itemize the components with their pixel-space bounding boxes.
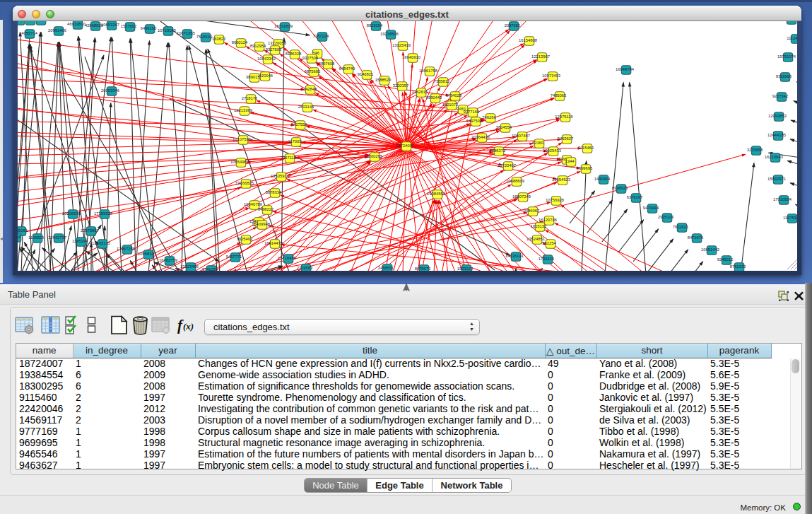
svg-text:20991406: 20991406 (48, 28, 66, 33)
svg-text:20053346: 20053346 (101, 88, 119, 93)
svg-text:9227342: 9227342 (772, 94, 789, 98)
svg-text:9474444: 9474444 (643, 206, 659, 210)
svg-text:9242848: 9242848 (301, 87, 317, 91)
svg-text:2603144: 2603144 (298, 105, 314, 109)
svg-text:2867608: 2867608 (319, 62, 335, 66)
svg-text:13226058: 13226058 (268, 41, 286, 45)
svg-text:1167534: 1167534 (783, 216, 797, 220)
svg-text:5878334: 5878334 (266, 190, 282, 194)
svg-text:8427552: 8427552 (291, 122, 307, 127)
svg-text:252254: 252254 (542, 241, 556, 245)
svg-text:15409948: 15409948 (252, 222, 270, 226)
svg-text:1733426: 1733426 (539, 257, 555, 261)
svg-text:7886372: 7886372 (490, 148, 506, 153)
svg-text:6497508: 6497508 (466, 119, 483, 123)
svg-text:2718176: 2718176 (242, 96, 258, 100)
svg-text:18300295: 18300295 (364, 154, 382, 158)
svg-text:9457771: 9457771 (226, 255, 242, 259)
svg-text:6379197: 6379197 (627, 195, 643, 199)
svg-text:14136141: 14136141 (505, 254, 524, 258)
svg-text:10651442: 10651442 (701, 247, 719, 252)
svg-text:12505135: 12505135 (92, 241, 110, 245)
svg-text:1440954: 1440954 (594, 177, 611, 181)
svg-text:10107535: 10107535 (233, 137, 251, 141)
svg-text:7357224: 7357224 (313, 34, 329, 38)
svg-text:19218506: 19218506 (380, 32, 399, 36)
svg-text:10958107: 10958107 (138, 252, 156, 256)
svg-text:8912954: 8912954 (250, 44, 266, 48)
svg-text:10671355: 10671355 (177, 31, 195, 35)
svg-text:2719583: 2719583 (297, 266, 313, 270)
svg-text:1533224: 1533224 (457, 267, 473, 271)
svg-text:(x): (x) (183, 321, 194, 332)
svg-text:16961758: 16961758 (419, 69, 437, 73)
svg-text:16648784: 16648784 (616, 67, 635, 71)
svg-text:1362615: 1362615 (412, 90, 428, 94)
svg-text:6794028: 6794028 (446, 93, 462, 98)
svg-text:12444185: 12444185 (767, 133, 786, 137)
svg-text:1527602: 1527602 (121, 24, 137, 28)
svg-text:9327505: 9327505 (266, 47, 282, 52)
svg-text:19166825: 19166825 (235, 181, 254, 185)
svg-text:8990443: 8990443 (426, 95, 442, 100)
svg-text:3220357: 3220357 (393, 83, 409, 88)
svg-text:9146821: 9146821 (358, 72, 374, 76)
svg-text:9777169: 9777169 (464, 110, 480, 114)
svg-text:2087682: 2087682 (505, 23, 521, 28)
svg-text:7163822: 7163822 (210, 37, 226, 41)
svg-text:42868828: 42868828 (85, 23, 103, 28)
svg-text:13535914: 13535914 (271, 174, 290, 178)
svg-text:8186328: 8186328 (286, 52, 302, 56)
svg-text:20206536: 20206536 (62, 211, 81, 216)
svg-text:10973493: 10973493 (542, 74, 560, 78)
svg-text:16782759: 16782759 (159, 258, 177, 262)
svg-text:17957255: 17957255 (117, 247, 135, 251)
svg-text:8761033: 8761033 (730, 264, 746, 269)
svg-text:17010504: 17010504 (773, 197, 792, 201)
svg-text:9327504: 9327504 (302, 56, 319, 60)
svg-text:19384554: 19384554 (427, 192, 446, 196)
svg-text:18724007: 18724007 (396, 144, 414, 148)
svg-text:7632621: 7632621 (673, 225, 689, 229)
svg-text:15692971: 15692971 (767, 177, 786, 181)
svg-text:10719185: 10719185 (158, 28, 176, 33)
svg-text:1588520: 1588520 (375, 78, 392, 82)
svg-text:18807249: 18807249 (512, 194, 531, 199)
svg-text:10653267: 10653267 (101, 23, 119, 27)
svg-text:10543342: 10543342 (257, 57, 276, 61)
svg-text:6875685: 6875685 (305, 69, 321, 74)
svg-text:1112437: 1112437 (787, 36, 797, 40)
svg-text:13356886: 13356886 (30, 21, 49, 22)
svg-text:20364436: 20364436 (471, 135, 490, 139)
svg-text:15716485: 15716485 (278, 256, 296, 260)
svg-text:15751074: 15751074 (777, 54, 796, 59)
svg-text:3341057: 3341057 (202, 267, 218, 271)
svg-text:16210643: 16210643 (765, 155, 783, 159)
svg-text:12942737: 12942737 (48, 235, 66, 240)
svg-text:3267110: 3267110 (281, 156, 296, 160)
svg-text:15720407: 15720407 (498, 163, 516, 168)
svg-text:746266: 746266 (482, 115, 495, 119)
svg-text:2458591: 2458591 (378, 266, 394, 270)
svg-text:10025433: 10025433 (543, 148, 561, 153)
svg-text:8938923: 8938923 (612, 186, 628, 190)
svg-text:16120746: 16120746 (539, 218, 557, 222)
svg-text:16640910: 16640910 (402, 55, 420, 59)
svg-text:10654983: 10654983 (230, 160, 249, 164)
svg-text:62160: 62160 (532, 141, 543, 145)
svg-text:2935114: 2935114 (658, 215, 674, 219)
svg-text:10046786: 10046786 (244, 202, 262, 206)
svg-text:1435061: 1435061 (18, 228, 28, 233)
svg-text:3498222: 3498222 (258, 207, 274, 211)
svg-text:8471676: 8471676 (688, 235, 704, 240)
svg-text:1344: 1344 (565, 159, 575, 163)
svg-text:16033809: 16033809 (274, 24, 293, 28)
svg-text:9463627: 9463627 (558, 136, 574, 141)
svg-text:9699695: 9699695 (577, 166, 593, 170)
svg-text:13325419: 13325419 (392, 43, 411, 47)
svg-text:7625402: 7625402 (237, 237, 253, 241)
svg-text:10807487: 10807487 (512, 134, 530, 138)
svg-text:8660124: 8660124 (232, 40, 248, 45)
svg-text:8813054: 8813054 (367, 23, 383, 28)
svg-text:46913810: 46913810 (67, 22, 86, 26)
